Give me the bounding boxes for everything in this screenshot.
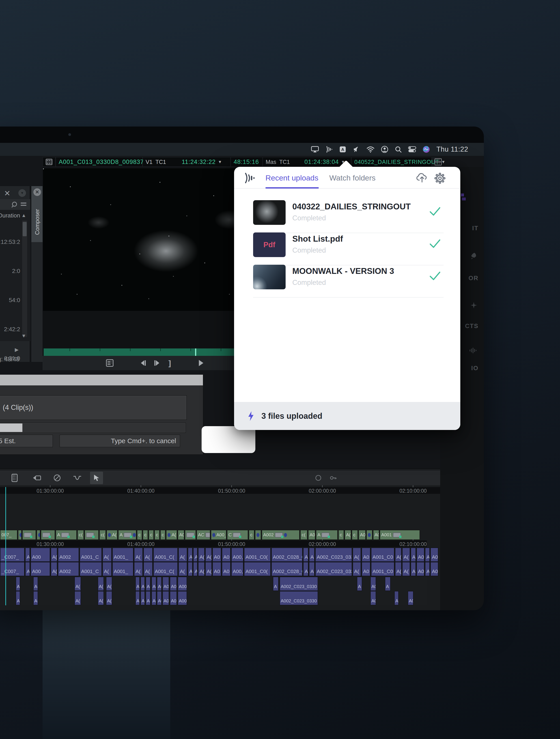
audio-clip-segment[interactable]: A [25, 562, 30, 576]
play-icon[interactable] [197, 357, 204, 368]
audio-clip-segment[interactable]: A002_C023_0330 [315, 548, 352, 562]
audio-clip-segment[interactable]: A002_C023_0330 [315, 562, 352, 576]
audio-clip-segment[interactable]: A002_C028_0330M [271, 548, 303, 562]
video-clip-segment[interactable]: A( [344, 530, 351, 540]
audio-clip-segment[interactable]: A [140, 577, 145, 591]
video-clip-segment[interactable]: A0 [359, 530, 366, 540]
tab-watch-folders[interactable]: Watch folders [329, 173, 376, 182]
clip-info-icon[interactable] [105, 357, 114, 368]
bin-duration-value[interactable]: 1:12:53:2 [0, 239, 20, 246]
video-clip-segment[interactable]: A0 [178, 530, 184, 540]
video-clip-segment[interactable]: A [118, 530, 136, 540]
video-clip-segment[interactable]: c( [300, 530, 307, 540]
video-clip-segment[interactable]: c [255, 530, 261, 540]
audio-clip-segment[interactable]: A0 [370, 577, 376, 591]
video-clip-segment[interactable]: A [316, 530, 338, 540]
upload-cloud-icon[interactable] [416, 172, 428, 183]
audio-clip-segment[interactable]: A002 [58, 548, 79, 562]
audio-clip-segment[interactable]: A( [205, 548, 212, 562]
video-clip-segment[interactable]: c [148, 530, 154, 540]
audio-clip-segment[interactable]: A( [395, 548, 402, 562]
menu-bar-clock[interactable]: Thu 11:22 [436, 145, 468, 153]
bin-column-header[interactable]: Duration [0, 212, 20, 219]
bin-scrollbar[interactable] [22, 220, 27, 337]
master-track-segment[interactable]: Mas TC1 01:24:38:04 ▼ [263, 157, 351, 166]
video-clip-segment[interactable]: c [160, 530, 165, 540]
audio-clip-segment[interactable]: A00, [178, 577, 187, 591]
video-clip-segment[interactable]: AC [196, 530, 211, 540]
scroll-up-icon[interactable]: ▲ [21, 212, 26, 218]
dialog-title-bar[interactable] [0, 375, 203, 386]
audio-clip-segment[interactable]: A001_C0 [371, 562, 395, 576]
audio-clip-segment[interactable]: A001_ [112, 548, 134, 562]
audio-clip-segment[interactable]: A( [98, 577, 104, 591]
audio-clip-segment[interactable]: A [25, 548, 30, 562]
audio-clip-segment[interactable]: A [135, 591, 140, 605]
audio-clip-segment[interactable]: A( [33, 591, 38, 605]
tab-recent-uploads[interactable]: Recent uploads [265, 173, 318, 182]
video-quality-icon[interactable] [8, 472, 21, 484]
audio-clip-segment[interactable]: A0 [157, 591, 162, 605]
audio-clip-segment[interactable]: A [303, 562, 308, 576]
audio-clip-segment[interactable]: A( [143, 562, 153, 576]
close-icon[interactable]: ✕ [4, 189, 11, 198]
audio-clip-segment[interactable]: A0 [430, 562, 438, 576]
video-clip-segment[interactable]: c [154, 530, 160, 540]
scroll-down-icon[interactable]: ▼ [21, 333, 26, 339]
audio-clip-segment[interactable]: A00 [30, 562, 50, 576]
audio-clip-segment[interactable]: A0 [370, 591, 376, 605]
audio-clip-segment[interactable]: A( [178, 562, 187, 576]
audio-clip-segment[interactable]: A [193, 562, 197, 576]
key-icon[interactable] [326, 472, 339, 484]
audio-clip-segment[interactable]: A( [146, 591, 151, 605]
position-bar-playhead[interactable] [195, 348, 196, 356]
audio-clip-segment[interactable]: A( [106, 577, 112, 591]
audio-clip-segment[interactable]: A( [75, 577, 81, 591]
audio-clip-segment[interactable]: A001_C0( [244, 548, 271, 562]
bin-duration-value[interactable]: 2:0 [12, 268, 20, 275]
video-clip-segment[interactable]: c [137, 530, 142, 540]
bin-duration-value[interactable]: 54:0 [9, 297, 20, 304]
audio-clip-segment[interactable]: A0 [408, 591, 414, 605]
audio-clip-segment[interactable]: A001_C [80, 562, 102, 576]
audio-clip-segment[interactable]: A( [102, 562, 112, 576]
audio-clip-segment[interactable]: A [303, 548, 308, 562]
audio-clip-segment[interactable]: A( [102, 548, 112, 562]
audio-clip-segment[interactable]: A [188, 548, 193, 562]
wifi-icon[interactable] [367, 145, 375, 154]
video-clip-segment[interactable]: A00_ [211, 530, 227, 540]
siri-icon[interactable] [422, 145, 430, 154]
composer-tab[interactable]: ✕ Composer [31, 186, 43, 242]
audio-clip-segment[interactable]: A0 [362, 562, 371, 576]
source-track-segment[interactable]: V1 TC1 11:24:32:22 ▼ [143, 157, 230, 166]
audio-clip-segment[interactable]: A( [106, 591, 112, 605]
video-clip-segment[interactable]: A002 [262, 530, 300, 540]
audio-clip-segment[interactable]: A0 [430, 548, 438, 562]
audio-clip-segment[interactable]: A001_C [80, 548, 102, 562]
audio-clip-segment[interactable]: A0 [416, 562, 424, 576]
audio-clip-segment[interactable]: A002_C023_0330 [280, 577, 318, 591]
upload-item-row[interactable]: PdfShot List.pdfCompleted [234, 233, 460, 265]
audio-clip-segment[interactable]: _C007_ [0, 562, 25, 576]
audio-clip-segment[interactable]: A0 [162, 577, 169, 591]
keyboard-input-icon[interactable]: A [339, 145, 346, 154]
search-icon[interactable] [11, 201, 18, 208]
video-clip-segment[interactable]: A0 [308, 530, 315, 540]
step-backward-icon[interactable] [139, 357, 147, 368]
audio-clip-segment[interactable]: A001_C0 [371, 548, 395, 562]
audio-clip-segment[interactable]: A( [151, 577, 156, 591]
audio-clip-segment[interactable]: A [16, 577, 20, 591]
timeline-view-icon[interactable] [432, 157, 444, 166]
sparkle-icon[interactable] [470, 301, 477, 309]
audio-clip-segment[interactable]: A [425, 562, 430, 576]
audio-clip-segment[interactable]: A001_C( [153, 562, 178, 576]
audio-clip-segment[interactable]: A [188, 562, 193, 576]
audio-clip-segment[interactable]: A0 [222, 548, 231, 562]
spotlight-search-icon[interactable] [395, 145, 402, 154]
video-clip-segment[interactable]: c( [77, 530, 84, 540]
timeline-playhead[interactable] [5, 487, 6, 605]
audio-clip-segment[interactable]: A [309, 562, 315, 576]
video-clip-segment[interactable] [36, 530, 40, 540]
waveform-icon[interactable] [469, 347, 477, 354]
audio-clip-segment[interactable]: A002_C028_0330M [271, 562, 303, 576]
